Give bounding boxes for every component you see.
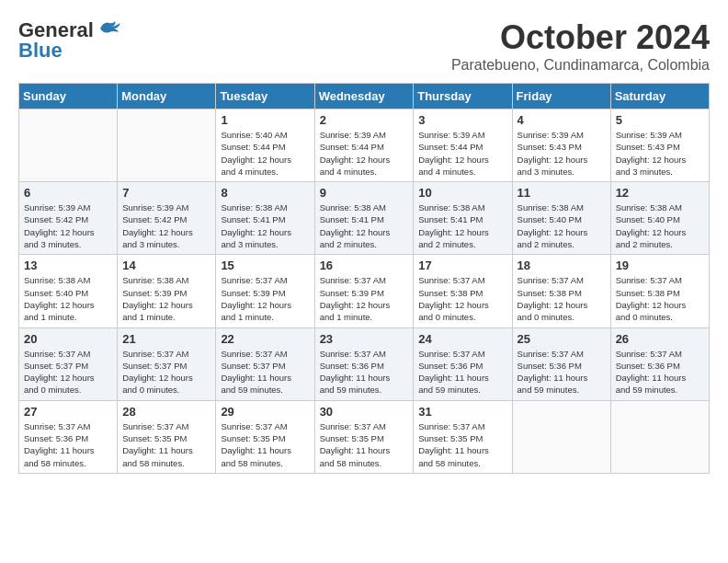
day-number: 2: [320, 113, 409, 127]
day-info: Sunrise: 5:38 AM Sunset: 5:40 PM Dayligh…: [24, 274, 112, 323]
day-number: 23: [320, 332, 409, 346]
table-row: 22Sunrise: 5:37 AM Sunset: 5:37 PM Dayli…: [216, 327, 314, 400]
day-info: Sunrise: 5:39 AM Sunset: 5:42 PM Dayligh…: [24, 201, 112, 250]
col-monday: Monday: [118, 84, 216, 109]
day-info: Sunrise: 5:37 AM Sunset: 5:37 PM Dayligh…: [221, 348, 309, 396]
day-info: Sunrise: 5:38 AM Sunset: 5:40 PM Dayligh…: [616, 201, 704, 250]
day-info: Sunrise: 5:39 AM Sunset: 5:44 PM Dayligh…: [418, 129, 506, 178]
calendar-week-row: 20Sunrise: 5:37 AM Sunset: 5:37 PM Dayli…: [19, 327, 710, 400]
day-info: Sunrise: 5:37 AM Sunset: 5:38 PM Dayligh…: [418, 274, 506, 323]
day-info: Sunrise: 5:39 AM Sunset: 5:44 PM Dayligh…: [320, 129, 409, 178]
day-number: 5: [616, 113, 704, 127]
day-info: Sunrise: 5:40 AM Sunset: 5:44 PM Dayligh…: [221, 129, 309, 178]
table-row: 29Sunrise: 5:37 AM Sunset: 5:35 PM Dayli…: [216, 400, 314, 473]
day-info: Sunrise: 5:39 AM Sunset: 5:42 PM Dayligh…: [122, 201, 210, 250]
day-number: 3: [418, 113, 506, 127]
table-row: 24Sunrise: 5:37 AM Sunset: 5:36 PM Dayli…: [414, 327, 512, 400]
table-row: 8Sunrise: 5:38 AM Sunset: 5:41 PM Daylig…: [216, 182, 314, 255]
table-row: 5Sunrise: 5:39 AM Sunset: 5:43 PM Daylig…: [610, 109, 709, 182]
table-row: 16Sunrise: 5:37 AM Sunset: 5:39 PM Dayli…: [314, 255, 414, 327]
day-info: Sunrise: 5:37 AM Sunset: 5:35 PM Dayligh…: [320, 420, 409, 469]
table-row: 26Sunrise: 5:37 AM Sunset: 5:36 PM Dayli…: [610, 327, 709, 400]
day-info: Sunrise: 5:37 AM Sunset: 5:36 PM Dayligh…: [320, 348, 409, 396]
table-row: 13Sunrise: 5:38 AM Sunset: 5:40 PM Dayli…: [19, 255, 118, 327]
col-sunday: Sunday: [19, 84, 118, 109]
day-info: Sunrise: 5:37 AM Sunset: 5:35 PM Dayligh…: [418, 420, 506, 469]
calendar-week-row: 1Sunrise: 5:40 AM Sunset: 5:44 PM Daylig…: [19, 109, 710, 182]
day-info: Sunrise: 5:37 AM Sunset: 5:35 PM Dayligh…: [221, 420, 309, 469]
page-header: General Blue October 2024 Paratebueno, C…: [18, 18, 710, 74]
day-number: 14: [122, 259, 210, 272]
day-number: 17: [418, 259, 506, 272]
logo-bird-icon: [97, 19, 122, 38]
day-number: 6: [24, 186, 112, 200]
table-row: 9Sunrise: 5:38 AM Sunset: 5:41 PM Daylig…: [314, 182, 414, 255]
table-row: 7Sunrise: 5:39 AM Sunset: 5:42 PM Daylig…: [118, 182, 216, 255]
day-info: Sunrise: 5:37 AM Sunset: 5:38 PM Dayligh…: [616, 274, 704, 323]
calendar-header-row: Sunday Monday Tuesday Wednesday Thursday…: [19, 84, 710, 109]
col-thursday: Thursday: [414, 84, 512, 109]
day-number: 18: [518, 259, 606, 272]
table-row: 3Sunrise: 5:39 AM Sunset: 5:44 PM Daylig…: [414, 109, 512, 182]
logo: General Blue: [18, 18, 122, 63]
table-row: 12Sunrise: 5:38 AM Sunset: 5:40 PM Dayli…: [610, 182, 709, 255]
day-info: Sunrise: 5:38 AM Sunset: 5:39 PM Dayligh…: [122, 274, 210, 323]
day-info: Sunrise: 5:37 AM Sunset: 5:39 PM Dayligh…: [221, 274, 309, 323]
title-block: October 2024 Paratebueno, Cundinamarca, …: [451, 18, 710, 74]
day-info: Sunrise: 5:38 AM Sunset: 5:40 PM Dayligh…: [518, 201, 606, 250]
day-info: Sunrise: 5:37 AM Sunset: 5:38 PM Dayligh…: [518, 274, 606, 323]
table-row: 4Sunrise: 5:39 AM Sunset: 5:43 PM Daylig…: [512, 109, 610, 182]
day-number: 1: [221, 113, 309, 127]
table-row: 14Sunrise: 5:38 AM Sunset: 5:39 PM Dayli…: [118, 255, 216, 327]
location-title: Paratebueno, Cundinamarca, Colombia: [451, 57, 710, 74]
day-number: 24: [418, 332, 506, 346]
col-wednesday: Wednesday: [314, 84, 414, 109]
calendar-table: Sunday Monday Tuesday Wednesday Thursday…: [18, 83, 710, 474]
day-number: 16: [320, 259, 409, 272]
day-number: 31: [418, 405, 506, 419]
day-info: Sunrise: 5:37 AM Sunset: 5:35 PM Dayligh…: [122, 420, 210, 469]
table-row: 6Sunrise: 5:39 AM Sunset: 5:42 PM Daylig…: [19, 182, 118, 255]
table-row: 28Sunrise: 5:37 AM Sunset: 5:35 PM Dayli…: [118, 400, 216, 473]
logo-blue: Blue: [18, 39, 63, 63]
day-number: 10: [418, 186, 506, 200]
day-number: 21: [122, 332, 210, 346]
day-number: 13: [24, 259, 112, 272]
day-number: 28: [122, 405, 210, 419]
day-number: 15: [221, 259, 309, 272]
day-info: Sunrise: 5:39 AM Sunset: 5:43 PM Dayligh…: [518, 129, 606, 178]
day-number: 4: [518, 113, 606, 127]
day-number: 26: [616, 332, 704, 346]
table-row: 31Sunrise: 5:37 AM Sunset: 5:35 PM Dayli…: [414, 400, 512, 473]
col-saturday: Saturday: [610, 84, 709, 109]
day-number: 20: [24, 332, 112, 346]
table-row: 19Sunrise: 5:37 AM Sunset: 5:38 PM Dayli…: [610, 255, 709, 327]
calendar-week-row: 6Sunrise: 5:39 AM Sunset: 5:42 PM Daylig…: [19, 182, 710, 255]
day-number: 30: [320, 405, 409, 419]
day-info: Sunrise: 5:37 AM Sunset: 5:36 PM Dayligh…: [518, 348, 606, 396]
table-row: 11Sunrise: 5:38 AM Sunset: 5:40 PM Dayli…: [512, 182, 610, 255]
table-row: 21Sunrise: 5:37 AM Sunset: 5:37 PM Dayli…: [118, 327, 216, 400]
day-info: Sunrise: 5:37 AM Sunset: 5:36 PM Dayligh…: [418, 348, 506, 396]
day-number: 22: [221, 332, 309, 346]
day-number: 7: [122, 186, 210, 200]
table-row: 17Sunrise: 5:37 AM Sunset: 5:38 PM Dayli…: [414, 255, 512, 327]
day-info: Sunrise: 5:39 AM Sunset: 5:43 PM Dayligh…: [616, 129, 704, 178]
day-number: 9: [320, 186, 409, 200]
day-info: Sunrise: 5:38 AM Sunset: 5:41 PM Dayligh…: [320, 201, 409, 250]
day-info: Sunrise: 5:38 AM Sunset: 5:41 PM Dayligh…: [418, 201, 506, 250]
table-row: [512, 400, 610, 473]
col-tuesday: Tuesday: [216, 84, 314, 109]
day-number: 19: [616, 259, 704, 272]
day-info: Sunrise: 5:37 AM Sunset: 5:37 PM Dayligh…: [24, 348, 112, 396]
day-info: Sunrise: 5:37 AM Sunset: 5:36 PM Dayligh…: [24, 420, 112, 469]
day-info: Sunrise: 5:37 AM Sunset: 5:36 PM Dayligh…: [616, 348, 704, 396]
day-number: 12: [616, 186, 704, 200]
table-row: 27Sunrise: 5:37 AM Sunset: 5:36 PM Dayli…: [19, 400, 118, 473]
table-row: [118, 109, 216, 182]
calendar-week-row: 13Sunrise: 5:38 AM Sunset: 5:40 PM Dayli…: [19, 255, 710, 327]
table-row: 1Sunrise: 5:40 AM Sunset: 5:44 PM Daylig…: [216, 109, 314, 182]
table-row: 25Sunrise: 5:37 AM Sunset: 5:36 PM Dayli…: [512, 327, 610, 400]
calendar-week-row: 27Sunrise: 5:37 AM Sunset: 5:36 PM Dayli…: [19, 400, 710, 473]
table-row: 30Sunrise: 5:37 AM Sunset: 5:35 PM Dayli…: [314, 400, 414, 473]
